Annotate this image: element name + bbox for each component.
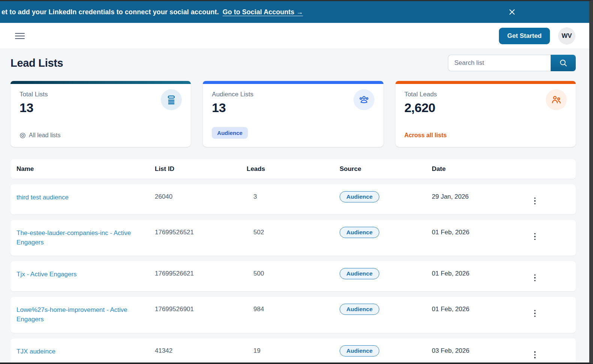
list-name-link[interactable]: Lowe%27s-home-improvement - Active Engag… <box>16 306 127 323</box>
page-title: Lead Lists <box>10 57 63 69</box>
total-leads-card: Total Leads 2,620 Across all lists <box>395 81 576 147</box>
column-header-leads: Leads <box>247 165 340 173</box>
card-value: 2,620 <box>404 100 567 115</box>
date-value: 01 Feb, 2026 <box>432 229 531 236</box>
leads-count: 502 <box>247 229 340 236</box>
source-badge: Audience <box>340 304 379 315</box>
app-window: et to add your LinkedIn credentials to c… <box>0 0 593 364</box>
audience-lists-card: Audience Lists 13 Audience <box>203 81 383 147</box>
search-button[interactable] <box>551 55 576 71</box>
list-name-link[interactable]: Tjx - Active Engagers <box>16 271 77 278</box>
table-row: Tjx - Active Engagers 17699526621 500 Au… <box>10 261 576 291</box>
search-icon <box>559 58 568 67</box>
table-row: TJX audeince 41342 19 Audience 03 Feb, 2… <box>10 339 576 364</box>
column-header-source: Source <box>340 165 432 173</box>
date-value: 01 Feb, 2026 <box>432 306 531 313</box>
list-name-link[interactable]: The-estee-lauder-companies-inc - Active … <box>16 229 131 246</box>
column-header-date: Date <box>432 165 531 173</box>
top-header: Get Started WV <box>0 23 589 49</box>
banner-message: et to add your LinkedIn credentials to c… <box>1 8 219 16</box>
stat-cards: Total Lists 13 All lead lists <box>10 81 576 147</box>
row-menu-button[interactable] <box>531 350 539 360</box>
row-menu-button[interactable] <box>531 232 539 242</box>
card-icon-circle <box>546 89 567 110</box>
table-row: third test audience 26040 3 Audience 29 … <box>10 184 576 214</box>
card-footer: Audience <box>212 127 374 139</box>
row-menu-button[interactable] <box>531 196 539 206</box>
column-header-list-id: List ID <box>155 165 247 173</box>
lead-lists-table: Name List ID Leads Source Date third tes… <box>10 159 576 364</box>
row-menu-button[interactable] <box>531 273 539 283</box>
list-name-link[interactable]: third test audience <box>16 194 69 201</box>
card-icon-circle <box>161 89 182 110</box>
list-name-link[interactable]: TJX audeince <box>16 348 55 355</box>
source-badge: Audience <box>340 345 379 357</box>
list-id-value: 17699526901 <box>155 306 247 313</box>
close-icon <box>508 8 516 16</box>
notification-banner: et to add your LinkedIn credentials to c… <box>0 1 589 23</box>
table-header: Name List ID Leads Source Date <box>10 159 576 179</box>
card-label: Total Leads <box>404 91 567 98</box>
list-id-value: 26040 <box>155 193 247 201</box>
leads-count: 3 <box>247 193 340 201</box>
card-label: Total Lists <box>19 91 182 98</box>
header-actions: Get Started WV <box>499 27 575 45</box>
table-row: The-estee-lauder-companies-inc - Active … <box>10 220 576 256</box>
audience-badge: Audience <box>212 127 248 139</box>
title-row: Lead Lists <box>10 55 576 71</box>
avatar[interactable]: WV <box>558 27 575 45</box>
card-accent-bar <box>203 81 383 84</box>
card-accent-bar <box>10 81 191 84</box>
card-value: 13 <box>212 100 374 115</box>
card-accent-bar <box>395 81 576 84</box>
get-started-button[interactable]: Get Started <box>499 28 550 44</box>
date-value: 03 Feb, 2026 <box>432 347 531 355</box>
card-icon-circle <box>353 89 374 110</box>
card-label: Audience Lists <box>212 91 374 98</box>
total-lists-card: Total Lists 13 All lead lists <box>10 81 191 147</box>
leads-count: 19 <box>247 347 340 355</box>
row-menu-button[interactable] <box>531 309 539 319</box>
leads-count: 500 <box>247 270 340 277</box>
leads-count: 984 <box>247 306 340 313</box>
source-badge: Audience <box>340 191 379 202</box>
date-value: 29 Jan, 2026 <box>432 193 531 201</box>
users-two-icon <box>550 94 562 106</box>
list-id-value: 17699526621 <box>155 270 247 277</box>
banner-close-button[interactable] <box>505 5 519 19</box>
source-badge: Audience <box>340 227 379 238</box>
card-footer: Across all lists <box>404 132 567 139</box>
date-value: 01 Feb, 2026 <box>432 270 531 277</box>
table-row: Lowe%27s-home-improvement - Active Engag… <box>10 297 576 333</box>
eye-icon <box>19 132 26 139</box>
stack-icon <box>166 94 177 105</box>
go-to-social-accounts-link[interactable]: Go to Social Accounts → <box>223 8 303 16</box>
card-footer-label: All lead lists <box>29 132 60 139</box>
main-content: Lead Lists Total Lists 13 <box>0 49 589 364</box>
source-badge: Audience <box>340 268 379 279</box>
table-body: third test audience 26040 3 Audience 29 … <box>10 184 576 364</box>
menu-icon[interactable] <box>15 33 25 39</box>
card-value: 13 <box>19 100 182 115</box>
search-input[interactable] <box>448 55 551 71</box>
search-group <box>448 55 576 71</box>
column-header-name: Name <box>16 165 155 173</box>
card-footer: All lead lists <box>19 132 182 139</box>
users-three-icon <box>358 94 370 106</box>
list-id-value: 41342 <box>155 347 247 355</box>
list-id-value: 17699526521 <box>155 229 247 236</box>
